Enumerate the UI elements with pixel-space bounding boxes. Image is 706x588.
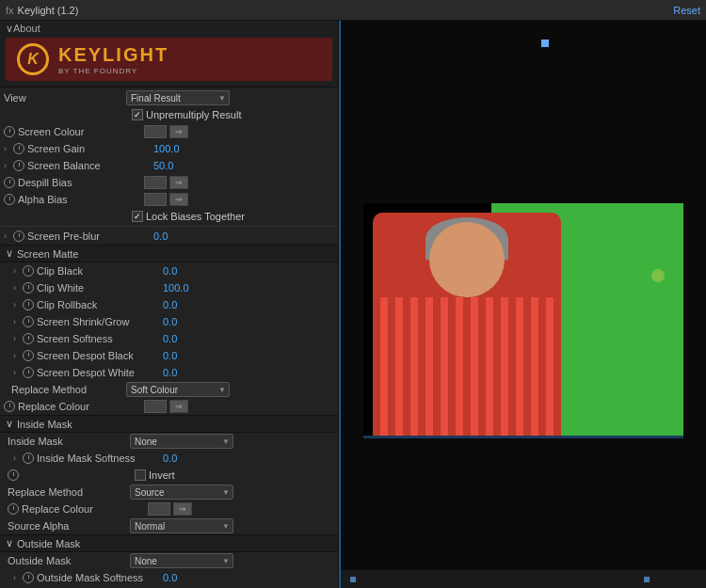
- replace-method-dropdown[interactable]: Soft Colour ▼: [126, 382, 230, 397]
- screen-softness-label: Screen Softness: [37, 333, 159, 344]
- expand-icon[interactable]: ›: [13, 351, 23, 360]
- keylight-logo-k: K: [27, 51, 39, 68]
- source-alpha-row: Source Alpha Normal ▼: [0, 517, 338, 534]
- top-bar: fx Keylight (1.2) Reset: [0, 0, 706, 21]
- alpha-bias-label: Alpha Bias: [18, 194, 140, 205]
- expand-icon[interactable]: ›: [13, 300, 23, 310]
- chevron-down-icon: ▼: [222, 522, 230, 531]
- clip-white-value: 100.0: [163, 282, 189, 294]
- view-row: View Final Result ▼: [0, 89, 338, 106]
- inside-mask-softness-row: › Inside Mask Softness 0.0: [0, 450, 338, 467]
- checkbox-icon: ✓: [132, 211, 143, 222]
- colour-swatch[interactable]: [144, 125, 167, 138]
- collapse-icon: ∨: [6, 537, 13, 549]
- colour-swatch[interactable]: [148, 502, 170, 516]
- clock-icon: [23, 265, 34, 277]
- lock-biases-label: Lock Biases Together: [146, 211, 245, 222]
- screen-preblur-row: › Screen Pre-blur 0.0: [0, 228, 338, 245]
- clock-icon: [23, 316, 34, 327]
- timeline-bar[interactable]: [341, 569, 706, 588]
- expand-icon[interactable]: ›: [13, 266, 23, 276]
- chevron-down-icon: ▼: [222, 557, 230, 565]
- source-alpha-dropdown[interactable]: Normal ▼: [130, 518, 233, 533]
- person-silhouette: [373, 213, 561, 438]
- colour-swatch[interactable]: [144, 400, 167, 413]
- outside-mask-row: Outside Mask None ▼: [0, 552, 338, 569]
- expand-icon[interactable]: ›: [13, 334, 23, 343]
- unpremultiply-checkbox[interactable]: ✓ Unpremultiply Result: [132, 109, 241, 120]
- replace-method2-label: Replace Method: [8, 486, 130, 498]
- pipette-icon[interactable]: ⇒: [173, 502, 192, 516]
- screen-preblur-value: 0.0: [153, 230, 168, 242]
- clip-rollback-row: › Clip Rollback 0.0: [0, 296, 338, 313]
- reset-button[interactable]: Reset: [673, 5, 700, 16]
- outside-mask-softness-label: Outside Mask Softness: [37, 572, 159, 583]
- inside-mask-header[interactable]: ∨ Inside Mask: [0, 415, 338, 433]
- colour-swatch[interactable]: [144, 193, 167, 206]
- clip-rollback-label: Clip Rollback: [37, 299, 159, 310]
- pipette-icon[interactable]: ⇒: [169, 176, 188, 189]
- clock-icon: [23, 299, 34, 310]
- outside-mask-header[interactable]: ∨ Outside Mask: [0, 534, 338, 552]
- despill-bias-controls: ⇒: [144, 176, 188, 189]
- inside-mask-section-label: Inside Mask: [17, 419, 72, 430]
- chevron-down-icon: ▼: [218, 386, 226, 394]
- pipette-icon[interactable]: ⇒: [169, 400, 188, 413]
- screen-despot-black-row: › Screen Despot Black 0.0: [0, 347, 338, 364]
- outside-mask-dropdown[interactable]: None ▼: [130, 553, 233, 568]
- plugin-title: Keylight (1.2): [18, 5, 79, 16]
- clip-black-value: 0.0: [163, 265, 177, 277]
- expand-icon[interactable]: ›: [13, 453, 23, 463]
- screen-despot-white-label: Screen Despot White: [37, 367, 159, 378]
- keylight-banner: K KEYLIGHT BY THE FOUNDRY: [6, 38, 332, 81]
- screen-despot-white-row: › Screen Despot White 0.0: [0, 364, 338, 381]
- invert-checkbox[interactable]: Invert: [135, 469, 175, 481]
- screen-matte-header[interactable]: ∨ Screen Matte: [0, 245, 338, 262]
- expand-icon[interactable]: ›: [4, 161, 13, 170]
- screen-gain-value: 100.0: [153, 143, 180, 154]
- right-panel: [341, 21, 706, 588]
- expand-icon[interactable]: ›: [13, 283, 23, 293]
- expand-icon[interactable]: ›: [13, 573, 23, 582]
- keylight-logo-circle: K: [17, 43, 49, 75]
- screen-balance-value: 50.0: [153, 160, 173, 171]
- pipette-icon[interactable]: ⇒: [169, 125, 188, 138]
- replace-method2-dropdown[interactable]: Source ▼: [130, 485, 233, 500]
- lens-flare-dot: [651, 269, 665, 282]
- view-dropdown[interactable]: Final Result ▼: [126, 90, 230, 105]
- clock-icon: [4, 401, 15, 412]
- pipette-icon[interactable]: ⇒: [169, 193, 188, 206]
- clip-black-label: Clip Black: [37, 265, 159, 277]
- screen-shrink-label: Screen Shrink/Grow: [37, 316, 159, 327]
- colour-swatch[interactable]: [144, 176, 167, 189]
- clock-icon: [4, 194, 15, 205]
- screen-colour-label: Screen Colour: [18, 126, 140, 137]
- screen-balance-row: › Screen Balance 50.0: [0, 157, 338, 174]
- clock-icon: [4, 177, 15, 188]
- screen-colour-row: Screen Colour ⇒: [0, 123, 338, 140]
- clock-icon: [23, 453, 34, 464]
- fx-label: fx: [6, 5, 14, 16]
- expand-icon[interactable]: ›: [13, 368, 23, 377]
- clock-icon: [13, 230, 24, 242]
- replace-colour2-row: Replace Colour ⇒: [0, 501, 338, 517]
- expand-icon[interactable]: ›: [13, 317, 23, 326]
- expand-icon[interactable]: ›: [4, 231, 13, 241]
- inside-mask-dropdown[interactable]: None ▼: [130, 434, 233, 449]
- screen-shrink-row: › Screen Shrink/Grow 0.0: [0, 313, 338, 330]
- preview-indicator: [541, 40, 549, 47]
- collapse-icon: ∨: [6, 247, 13, 260]
- inside-mask-softness-value: 0.0: [163, 453, 177, 464]
- invert-label: Invert: [149, 469, 175, 481]
- expand-icon[interactable]: ›: [4, 144, 13, 153]
- preview-main: [341, 72, 706, 569]
- shirt-body: [373, 297, 561, 438]
- clock-icon: [23, 282, 34, 294]
- preview-top: [341, 21, 706, 72]
- keylight-text: KEYLIGHT: [58, 44, 168, 65]
- about-label[interactable]: ∨About: [6, 23, 332, 35]
- clock-icon: [23, 333, 34, 344]
- clock-icon: [8, 469, 19, 481]
- despill-bias-row: Despill Bias ⇒: [0, 174, 338, 191]
- lock-biases-checkbox[interactable]: ✓ Lock Biases Together: [132, 211, 245, 222]
